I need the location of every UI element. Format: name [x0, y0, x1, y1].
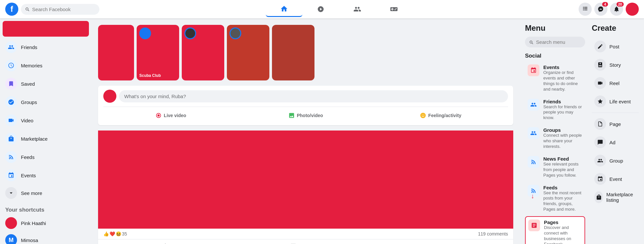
create-life-event-btn[interactable]: Life event — [592, 93, 639, 110]
page-layout: Friends Memories Saved Groups Video — [0, 0, 644, 244]
create-ad-btn[interactable]: Ad — [592, 134, 639, 151]
story-avatar-2 — [184, 27, 196, 39]
controller-icon — [390, 5, 398, 13]
create-group-btn[interactable]: Group — [592, 152, 639, 169]
grid-icon — [582, 6, 588, 12]
search-icon — [25, 7, 29, 12]
messenger-icon-btn[interactable]: 4 — [594, 3, 607, 16]
post-actions: Live video Photo/video Feeling/activity — [103, 107, 508, 121]
menu-search[interactable] — [525, 37, 585, 47]
play-icon — [317, 5, 325, 13]
sidebar-item-events[interactable]: Events — [3, 166, 89, 184]
create-post-icon — [594, 41, 606, 52]
post-reactions: 👍 ❤️ 😆 35 119 comments — [98, 229, 513, 239]
menu-item-pages[interactable]: Pages Discover and connect with business… — [525, 216, 585, 244]
create-life-event-icon — [594, 96, 606, 107]
sidebar-item-memories[interactable]: Memories — [3, 56, 89, 75]
shortcut-pink-haathi[interactable]: Pink Haathi — [3, 215, 89, 232]
search-bar[interactable] — [21, 4, 99, 15]
create-event-btn[interactable]: Event — [592, 170, 639, 187]
svg-point-3 — [420, 113, 426, 118]
sidebar-item-marketplace[interactable]: Marketplace — [3, 130, 89, 148]
story-card-0[interactable] — [98, 25, 134, 80]
groups-menu-icon — [528, 127, 539, 139]
story-avatar-3 — [229, 27, 241, 39]
shortcut-mimosa[interactable]: M Mimosa — [3, 232, 89, 244]
photo-video-btn[interactable]: Photo/video — [238, 110, 373, 121]
search-input[interactable] — [32, 7, 95, 12]
newsfeed-menu-text: News Feed See relevant posts from people… — [543, 156, 583, 178]
sidebar-item-saved[interactable]: Saved — [3, 75, 89, 93]
create-group-icon — [594, 155, 606, 166]
shortcut-avatar-pink-haathi — [5, 217, 17, 229]
live-icon — [155, 112, 162, 119]
events-icon — [5, 169, 17, 181]
newsfeed-menu-icon — [528, 156, 539, 168]
events-menu-desc: Organize or find events and other things… — [543, 70, 583, 92]
comment-btn[interactable]: Comment — [238, 241, 373, 244]
live-video-btn[interactable]: Live video — [103, 110, 238, 121]
memories-icon — [5, 60, 17, 71]
story-card-4[interactable] — [272, 25, 314, 80]
story-card-3[interactable] — [227, 25, 269, 80]
facebook-logo[interactable]: f — [5, 3, 18, 16]
create-story-btn[interactable]: Story — [592, 56, 639, 73]
nav-home[interactable] — [266, 1, 302, 17]
friends-menu-desc: Search for friends or people you may kno… — [543, 104, 583, 121]
feeds-menu-title: Feeds — [543, 185, 583, 190]
user-avatar[interactable] — [626, 3, 639, 16]
post-card: 👍 ❤️ 😆 35 119 comments Like Comment — [98, 131, 513, 244]
bell-icon — [613, 6, 620, 12]
heart-emoji: ❤️ — [110, 231, 115, 236]
sidebar-item-groups[interactable]: Groups — [3, 93, 89, 111]
svg-point-1 — [158, 114, 160, 117]
story-card-1[interactable]: Scuba Club — [137, 25, 179, 80]
create-title: Create — [592, 24, 639, 33]
menu-item-newsfeed[interactable]: News Feed See relevant posts from people… — [525, 153, 585, 181]
sidebar-label-feeds: Feeds — [21, 154, 35, 160]
sidebar-item-feeds[interactable]: Feeds — [3, 148, 89, 166]
menu-item-feeds[interactable]: ↓ Feeds See the most recent posts from y… — [525, 182, 585, 215]
post-input[interactable]: What's on your mind, Ruba? — [119, 90, 508, 102]
story-avatar-1 — [139, 27, 151, 39]
sidebar-profile-block[interactable] — [3, 21, 89, 37]
menu-item-events[interactable]: Events Organize or find events and other… — [525, 62, 585, 95]
menu-title: Menu — [525, 24, 585, 33]
main-feed: Scuba Club What's on your mind, Ruba? Li… — [92, 18, 520, 244]
menu-search-input[interactable] — [536, 39, 581, 45]
create-marketplace-btn[interactable]: Marketplace listing — [592, 189, 639, 206]
story-card-2[interactable] — [182, 25, 224, 80]
events-menu-title: Events — [543, 64, 583, 70]
topnav-right: 4 20 — [579, 3, 639, 16]
feeling-btn[interactable]: Feeling/activity — [373, 110, 508, 121]
groups-menu-title: Groups — [543, 127, 583, 133]
nav-people[interactable] — [339, 1, 376, 17]
pages-menu-desc: Discover and connect with businesses on … — [544, 225, 582, 244]
nav-gaming[interactable] — [376, 1, 412, 17]
sidebar-item-friends[interactable]: Friends — [3, 38, 89, 56]
like-emoji: 👍 — [103, 231, 109, 236]
notifications-icon-btn[interactable]: 20 — [610, 3, 623, 16]
topnav: f 4 20 — [0, 0, 644, 18]
nav-watch[interactable] — [302, 1, 339, 17]
menu-item-groups[interactable]: Groups Connect with people who share you… — [525, 125, 585, 152]
friends-menu-text: Friends Search for friends or people you… — [543, 99, 583, 121]
like-btn[interactable]: Like — [103, 241, 238, 244]
menu-search-icon — [529, 40, 534, 45]
create-post-btn[interactable]: Post — [592, 38, 639, 55]
story-label-1: Scuba Club — [139, 73, 177, 78]
grid-icon-btn[interactable] — [579, 3, 592, 16]
create-reel-btn[interactable]: Reel — [592, 75, 639, 92]
groups-icon — [5, 96, 17, 108]
send-btn[interactable]: Send — [373, 241, 508, 244]
newsfeed-menu-desc: See relevant posts from people and Pages… — [543, 162, 583, 178]
sidebar-item-video[interactable]: Video — [3, 111, 89, 130]
feeds-menu-icon: ↓ — [528, 185, 539, 197]
create-section: Create Post Story — [585, 24, 639, 244]
menu-item-friends[interactable]: Friends Search for friends or people you… — [525, 96, 585, 124]
create-page-btn[interactable]: Page — [592, 115, 639, 132]
stories-row: Scuba Club — [98, 25, 513, 80]
see-more-btn[interactable]: See more — [3, 184, 89, 201]
post-user-avatar — [103, 90, 116, 103]
create-page-label: Page — [609, 121, 621, 127]
